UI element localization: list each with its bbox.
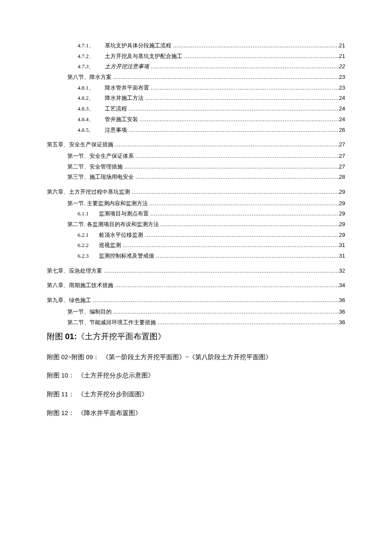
appendix-title-number: 01: <box>65 332 77 341</box>
toc-entry-number: 6.2.1 <box>78 230 99 241</box>
toc-entry-page: 31 <box>339 240 345 251</box>
toc-entry: 4.7.3、土方开挖注意事项22 <box>47 61 345 72</box>
toc-leader-dots <box>130 187 339 198</box>
toc-leader-dots <box>171 41 339 51</box>
toc-entry-page: 24 <box>339 93 345 104</box>
toc-entry-label: 降水管井平面布置 <box>105 83 149 93</box>
appendix-entry: 附图 02~附图 09： 《第一阶段土方开挖平面图》~《第八阶段土方开挖平面图》 <box>47 353 345 362</box>
toc-entry-label: 降水井施工方法 <box>105 93 144 104</box>
toc-entry-number: 第六章、土方开挖过程中基坑监测 <box>47 187 130 198</box>
toc-entry: 4.7.2、土方开挖及与基坑支护配合施工21 <box>47 51 345 62</box>
toc-entry-number: 6.2.2 <box>78 240 99 251</box>
toc-leader-dots <box>102 266 339 276</box>
toc-entry-page: 26 <box>339 125 345 136</box>
appendix-title: 附图 01:《土方开挖平面布置图》 <box>47 330 345 343</box>
toc-entry-page: 28 <box>339 172 345 183</box>
toc-entry-number: 第九章、绿色施工 <box>47 295 91 306</box>
appendix-text: 《土方开挖分步剖面图》 <box>78 391 148 398</box>
toc-entry-page: 24 <box>339 104 345 114</box>
toc-leader-dots <box>154 251 339 262</box>
appendix-entry: 附图 10： 《土方开挖分步总示意图》 <box>47 371 345 381</box>
toc-entry-label: 桩顶水平位移监测 <box>99 230 143 241</box>
toc-entry-page: 34 <box>339 280 345 291</box>
toc-entry: 第六章、土方开挖过程中基坑监测29 <box>47 187 345 198</box>
toc-entry-number: 第八节、降水方案 <box>67 72 112 83</box>
toc-entry: 4.8.2、降水井施工方法24 <box>47 93 345 104</box>
toc-leader-dots <box>112 307 339 317</box>
appendix-number: 02~ <box>61 354 72 360</box>
toc-entry-page: 36 <box>339 317 345 328</box>
toc-leader-dots <box>149 209 339 219</box>
appendix-number: 09： <box>86 354 99 360</box>
toc-entry: 第八节、降水方案23 <box>47 72 345 83</box>
appendix-prefix: 附图 <box>72 354 86 360</box>
toc-entry-number: 第一节、编制目的 <box>67 307 112 317</box>
toc-entry-number: 4.7.1、 <box>78 41 105 51</box>
toc-entry: 6.1.1监测项目与测点布置29 <box>47 209 345 219</box>
toc-leader-dots <box>159 219 339 230</box>
appendix-text: 《土方开挖分步总示意图》 <box>78 372 154 379</box>
appendix-text: 《第一阶段土方开挖平面图》~《第八阶段土方开挖平面图》 <box>102 354 272 360</box>
toc-leader-dots <box>112 72 339 83</box>
table-of-contents: 4.7.1、基坑支护具体分段施工流程214.7.2、土方开挖及与基坑支护配合施工… <box>47 41 345 328</box>
appendix-number: 11： <box>61 391 75 398</box>
appendix-text: 《降水井平面布置图》 <box>78 410 141 416</box>
toc-entry-page: 29 <box>339 198 345 209</box>
toc-leader-dots <box>113 280 339 291</box>
toc-leader-dots <box>134 172 339 183</box>
toc-entry: 4.7.1、基坑支护具体分段施工流程21 <box>47 41 345 51</box>
toc-entry-page: 21 <box>339 51 345 62</box>
toc-leader-dots <box>138 114 339 125</box>
toc-leader-dots <box>113 139 339 150</box>
appendix-title-prefix: 附图 <box>47 332 63 341</box>
toc-entry-number: 4.7.3、 <box>78 61 105 72</box>
appendix-entry: 附图 11： 《土方开挖分步剖面图》 <box>47 390 345 399</box>
toc-entry: 第五章、安全生产保证措施27 <box>47 139 345 150</box>
appendix-prefix: 附图 <box>47 354 61 360</box>
toc-entry: 第二节. 各监测项目的布设和监测方法29 <box>47 219 345 230</box>
toc-entry-number: 第一节、安全生产保证体系 <box>67 151 134 162</box>
toc-entry: 第七章、应急处理方案32 <box>47 266 345 276</box>
toc-entry: 4.8.5、注意事项26 <box>47 125 345 136</box>
toc-entry-number: 4.8.1、 <box>78 83 105 93</box>
toc-leader-dots <box>127 125 339 136</box>
toc-entry-label: 巡视监测 <box>99 240 121 251</box>
toc-entry: 第三节、施工现场用电安全28 <box>47 172 345 183</box>
toc-entry: 第二节、安全管理措施27 <box>47 162 345 172</box>
toc-entry-number: 第五章、安全生产保证措施 <box>47 139 113 150</box>
toc-leader-dots <box>148 198 339 209</box>
toc-entry-number: 4.8.5、 <box>78 125 105 136</box>
appendix-list: 附图 02~附图 09： 《第一阶段土方开挖平面图》~《第八阶段土方开挖平面图》… <box>47 353 345 418</box>
toc-entry-page: 23 <box>339 72 345 83</box>
toc-entry: 第八章、雨期施工技术措施34 <box>47 280 345 291</box>
toc-entry-number: 第二节. 各监测项目的布设和监测方法 <box>67 219 159 230</box>
toc-entry-number: 第二节、安全管理措施 <box>67 162 123 172</box>
toc-entry-page: 29 <box>339 230 345 241</box>
toc-entry: 第一节. 主要监测内容和监测方法29 <box>47 198 345 209</box>
toc-entry-page: 27 <box>339 162 345 172</box>
appendix-number: 12： <box>61 410 75 416</box>
toc-entry: 4.8.3、工艺流程24 <box>47 104 345 114</box>
toc-entry-label: 土方开挖及与基坑支护配合施工 <box>105 51 182 62</box>
toc-entry-page: 23 <box>339 83 345 93</box>
toc-entry: 第二节、节能减排环境工作主要措施36 <box>47 317 345 328</box>
toc-entry-label: 基坑支护具体分段施工流程 <box>105 41 171 51</box>
toc-entry-page: 29 <box>339 187 345 198</box>
toc-leader-dots <box>149 83 339 93</box>
toc-entry-page: 31 <box>339 251 345 262</box>
toc-entry: 6.2.3监测控制标准及警戒值31 <box>47 251 345 262</box>
toc-entry: 6.2.2巡视监测31 <box>47 240 345 251</box>
toc-entry-number: 第八章、雨期施工技术措施 <box>47 280 113 291</box>
toc-entry-number: 4.8.4、 <box>78 114 105 125</box>
toc-leader-dots <box>121 240 339 251</box>
appendix-prefix: 附图 <box>47 372 61 379</box>
toc-entry: 6.2.1桩顶水平位移监测29 <box>47 230 345 241</box>
toc-leader-dots <box>144 93 339 104</box>
toc-leader-dots <box>182 51 339 62</box>
toc-leader-dots <box>127 104 339 114</box>
appendix-number: 10： <box>61 372 75 379</box>
toc-entry-label: 监测项目与测点布置 <box>99 209 149 219</box>
appendix-prefix: 附图 <box>47 391 61 398</box>
toc-entry-page: 27 <box>339 151 345 162</box>
toc-entry-label: 工艺流程 <box>105 104 127 114</box>
